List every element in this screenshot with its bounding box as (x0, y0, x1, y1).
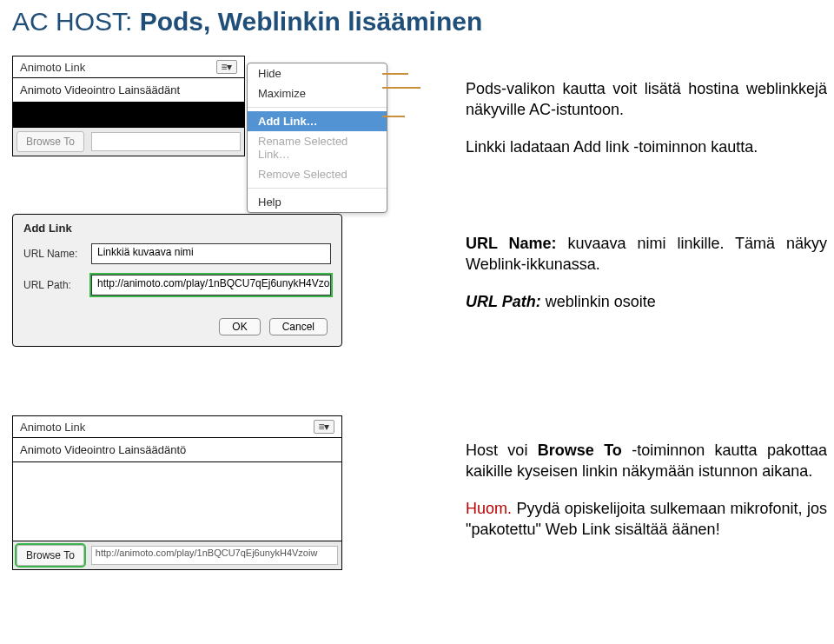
pod-header: Animoto Link ≡▾ (13, 56, 244, 77)
pod-header: Animoto Link ≡▾ (13, 416, 341, 437)
title-prefix: AC HOST: (12, 7, 140, 36)
url-path-row: URL Path: http://animoto.com/play/1nBQCU… (13, 269, 341, 301)
dialog-buttons: OK Cancel (13, 301, 341, 346)
animoto-link-pod-2: Animoto Link ≡▾ Animoto Videointro Lains… (12, 415, 342, 570)
menu-rename-link: Rename Selected Link… (248, 131, 387, 164)
url-path-input[interactable]: http://animoto.com/play/1nBQCU7qEj6unykH… (91, 275, 331, 295)
connector-line (382, 87, 420, 89)
url-path-desc: URL Path: weblinkin osoite (466, 291, 827, 312)
browse-url-input[interactable]: http://animoto.com/play/1nBQCU7qEj6unykH… (91, 546, 338, 565)
link-row[interactable]: Animoto Videointro Lainsäädäntö (13, 437, 341, 461)
url-name-input[interactable]: Linkkiä kuvaava nimi (91, 243, 331, 264)
browse-to-button[interactable]: Browse To (17, 545, 84, 566)
label: URL Path: (466, 293, 546, 310)
ok-button[interactable]: OK (219, 318, 260, 335)
pod-menu-button[interactable]: ≡▾ (314, 420, 334, 434)
browse-to-button[interactable]: Browse To (17, 131, 84, 152)
connector-line (382, 73, 408, 75)
animoto-link-pod-1: Animoto Link ≡▾ Animoto Videointro Lains… (12, 56, 245, 156)
title-main: Pods, Weblinkin lisääminen (140, 7, 483, 36)
page-title: AC HOST: Pods, Weblinkin lisääminen (0, 0, 834, 43)
url-name-label: URL Name: (23, 248, 91, 260)
instruction-block-2: URL Name: kuvaava nimi linkille. Tämä nä… (466, 217, 827, 328)
pod-title: Animoto Link (20, 61, 85, 74)
pod-title: Animoto Link (20, 421, 85, 434)
dialog-title: Add Link (13, 215, 341, 238)
url-name-desc: URL Name: kuvaava nimi linkille. Tämä nä… (466, 233, 827, 276)
menu-maximize[interactable]: Maximize (248, 83, 387, 103)
pod-context-menu: Hide Maximize Add Link… Rename Selected … (247, 63, 387, 213)
instruction-1a: Pods-valikon kautta voit lisätä hostina … (466, 78, 827, 121)
instruction-block-1: Pods-valikon kautta voit lisätä hostina … (466, 63, 827, 173)
browse-to-desc: Host voi Browse To -toiminnon kautta pak… (466, 440, 827, 482)
add-link-dialog: Add Link URL Name: Linkkiä kuvaava nimi … (12, 214, 342, 347)
menu-separator (248, 188, 387, 189)
pod-body (13, 461, 341, 541)
menu-help[interactable]: Help (248, 192, 387, 212)
pod-spacer (13, 102, 244, 127)
label: URL Name: (466, 235, 568, 252)
url-path-label: URL Path: (23, 279, 91, 291)
instruction-1b: Linkki ladataan Add link -toiminnon kaut… (466, 136, 827, 157)
browse-to-bar: Browse To http://animoto.com/play/1nBQCU… (13, 541, 341, 569)
menu-remove-selected: Remove Selected (248, 164, 387, 184)
menu-separator (248, 107, 387, 108)
url-name-row: URL Name: Linkkiä kuvaava nimi (13, 238, 341, 269)
note: Huom. Pyydä opiskelijoita sulkemaan mikr… (466, 498, 827, 541)
menu-hide[interactable]: Hide (248, 63, 387, 83)
pod-menu-button[interactable]: ≡▾ (216, 60, 237, 74)
connector-line (382, 116, 405, 117)
cancel-button[interactable]: Cancel (269, 318, 328, 335)
browse-url-input[interactable] (91, 132, 241, 151)
link-row[interactable]: Animoto Videointro Lainsäädänt (13, 77, 244, 102)
browse-to-bar: Browse To (13, 127, 244, 156)
instruction-block-3: Host voi Browse To -toiminnon kautta pak… (466, 424, 827, 555)
menu-add-link[interactable]: Add Link… (248, 111, 387, 131)
